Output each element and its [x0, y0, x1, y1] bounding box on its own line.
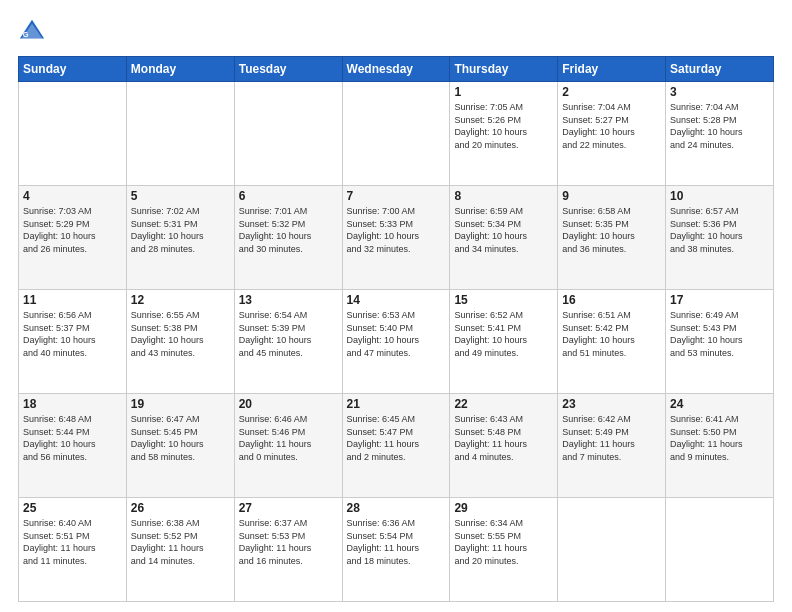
weekday-monday: Monday	[126, 57, 234, 82]
day-info: Sunrise: 6:56 AM Sunset: 5:37 PM Dayligh…	[23, 309, 122, 359]
day-info: Sunrise: 6:34 AM Sunset: 5:55 PM Dayligh…	[454, 517, 553, 567]
calendar-cell: 26Sunrise: 6:38 AM Sunset: 5:52 PM Dayli…	[126, 498, 234, 602]
day-info: Sunrise: 6:46 AM Sunset: 5:46 PM Dayligh…	[239, 413, 338, 463]
calendar-cell	[342, 82, 450, 186]
day-info: Sunrise: 7:04 AM Sunset: 5:27 PM Dayligh…	[562, 101, 661, 151]
calendar-cell: 4Sunrise: 7:03 AM Sunset: 5:29 PM Daylig…	[19, 186, 127, 290]
day-info: Sunrise: 6:45 AM Sunset: 5:47 PM Dayligh…	[347, 413, 446, 463]
calendar-cell: 18Sunrise: 6:48 AM Sunset: 5:44 PM Dayli…	[19, 394, 127, 498]
day-info: Sunrise: 7:02 AM Sunset: 5:31 PM Dayligh…	[131, 205, 230, 255]
week-row-5: 25Sunrise: 6:40 AM Sunset: 5:51 PM Dayli…	[19, 498, 774, 602]
day-info: Sunrise: 7:01 AM Sunset: 5:32 PM Dayligh…	[239, 205, 338, 255]
weekday-thursday: Thursday	[450, 57, 558, 82]
calendar-cell: 24Sunrise: 6:41 AM Sunset: 5:50 PM Dayli…	[666, 394, 774, 498]
calendar-cell: 6Sunrise: 7:01 AM Sunset: 5:32 PM Daylig…	[234, 186, 342, 290]
day-number: 4	[23, 189, 122, 203]
day-number: 10	[670, 189, 769, 203]
day-number: 3	[670, 85, 769, 99]
header: G	[18, 18, 774, 46]
calendar-cell: 12Sunrise: 6:55 AM Sunset: 5:38 PM Dayli…	[126, 290, 234, 394]
day-info: Sunrise: 6:54 AM Sunset: 5:39 PM Dayligh…	[239, 309, 338, 359]
calendar-cell: 14Sunrise: 6:53 AM Sunset: 5:40 PM Dayli…	[342, 290, 450, 394]
day-number: 22	[454, 397, 553, 411]
week-row-3: 11Sunrise: 6:56 AM Sunset: 5:37 PM Dayli…	[19, 290, 774, 394]
page: G SundayMondayTuesdayWednesdayThursdayFr…	[0, 0, 792, 612]
day-number: 5	[131, 189, 230, 203]
day-info: Sunrise: 6:55 AM Sunset: 5:38 PM Dayligh…	[131, 309, 230, 359]
day-info: Sunrise: 7:04 AM Sunset: 5:28 PM Dayligh…	[670, 101, 769, 151]
day-info: Sunrise: 6:42 AM Sunset: 5:49 PM Dayligh…	[562, 413, 661, 463]
calendar-table: SundayMondayTuesdayWednesdayThursdayFrid…	[18, 56, 774, 602]
day-info: Sunrise: 6:48 AM Sunset: 5:44 PM Dayligh…	[23, 413, 122, 463]
calendar-cell: 16Sunrise: 6:51 AM Sunset: 5:42 PM Dayli…	[558, 290, 666, 394]
calendar-cell	[666, 498, 774, 602]
calendar-cell: 8Sunrise: 6:59 AM Sunset: 5:34 PM Daylig…	[450, 186, 558, 290]
day-number: 17	[670, 293, 769, 307]
day-number: 8	[454, 189, 553, 203]
calendar-cell	[126, 82, 234, 186]
day-number: 16	[562, 293, 661, 307]
calendar-cell: 22Sunrise: 6:43 AM Sunset: 5:48 PM Dayli…	[450, 394, 558, 498]
day-number: 24	[670, 397, 769, 411]
day-number: 29	[454, 501, 553, 515]
svg-text:G: G	[23, 30, 29, 39]
day-number: 13	[239, 293, 338, 307]
day-number: 21	[347, 397, 446, 411]
day-info: Sunrise: 7:03 AM Sunset: 5:29 PM Dayligh…	[23, 205, 122, 255]
day-number: 15	[454, 293, 553, 307]
day-number: 1	[454, 85, 553, 99]
calendar-cell: 11Sunrise: 6:56 AM Sunset: 5:37 PM Dayli…	[19, 290, 127, 394]
weekday-sunday: Sunday	[19, 57, 127, 82]
calendar-cell: 13Sunrise: 6:54 AM Sunset: 5:39 PM Dayli…	[234, 290, 342, 394]
day-info: Sunrise: 6:43 AM Sunset: 5:48 PM Dayligh…	[454, 413, 553, 463]
day-number: 27	[239, 501, 338, 515]
day-number: 7	[347, 189, 446, 203]
calendar-cell: 7Sunrise: 7:00 AM Sunset: 5:33 PM Daylig…	[342, 186, 450, 290]
day-info: Sunrise: 7:00 AM Sunset: 5:33 PM Dayligh…	[347, 205, 446, 255]
day-number: 6	[239, 189, 338, 203]
day-number: 11	[23, 293, 122, 307]
day-number: 12	[131, 293, 230, 307]
calendar-cell: 25Sunrise: 6:40 AM Sunset: 5:51 PM Dayli…	[19, 498, 127, 602]
calendar-cell: 23Sunrise: 6:42 AM Sunset: 5:49 PM Dayli…	[558, 394, 666, 498]
day-number: 26	[131, 501, 230, 515]
day-number: 20	[239, 397, 338, 411]
calendar-cell: 3Sunrise: 7:04 AM Sunset: 5:28 PM Daylig…	[666, 82, 774, 186]
day-info: Sunrise: 6:52 AM Sunset: 5:41 PM Dayligh…	[454, 309, 553, 359]
day-number: 19	[131, 397, 230, 411]
day-number: 9	[562, 189, 661, 203]
logo-icon: G	[18, 18, 46, 46]
week-row-1: 1Sunrise: 7:05 AM Sunset: 5:26 PM Daylig…	[19, 82, 774, 186]
calendar-cell: 9Sunrise: 6:58 AM Sunset: 5:35 PM Daylig…	[558, 186, 666, 290]
calendar-cell: 21Sunrise: 6:45 AM Sunset: 5:47 PM Dayli…	[342, 394, 450, 498]
day-info: Sunrise: 6:38 AM Sunset: 5:52 PM Dayligh…	[131, 517, 230, 567]
week-row-2: 4Sunrise: 7:03 AM Sunset: 5:29 PM Daylig…	[19, 186, 774, 290]
calendar-cell: 20Sunrise: 6:46 AM Sunset: 5:46 PM Dayli…	[234, 394, 342, 498]
day-number: 23	[562, 397, 661, 411]
day-number: 28	[347, 501, 446, 515]
day-info: Sunrise: 6:40 AM Sunset: 5:51 PM Dayligh…	[23, 517, 122, 567]
calendar-cell: 5Sunrise: 7:02 AM Sunset: 5:31 PM Daylig…	[126, 186, 234, 290]
calendar-cell: 29Sunrise: 6:34 AM Sunset: 5:55 PM Dayli…	[450, 498, 558, 602]
day-number: 2	[562, 85, 661, 99]
calendar-cell: 2Sunrise: 7:04 AM Sunset: 5:27 PM Daylig…	[558, 82, 666, 186]
calendar-cell	[19, 82, 127, 186]
calendar-cell: 10Sunrise: 6:57 AM Sunset: 5:36 PM Dayli…	[666, 186, 774, 290]
weekday-header-row: SundayMondayTuesdayWednesdayThursdayFrid…	[19, 57, 774, 82]
calendar-cell: 19Sunrise: 6:47 AM Sunset: 5:45 PM Dayli…	[126, 394, 234, 498]
weekday-wednesday: Wednesday	[342, 57, 450, 82]
calendar-cell	[558, 498, 666, 602]
day-info: Sunrise: 7:05 AM Sunset: 5:26 PM Dayligh…	[454, 101, 553, 151]
day-info: Sunrise: 6:51 AM Sunset: 5:42 PM Dayligh…	[562, 309, 661, 359]
day-info: Sunrise: 6:53 AM Sunset: 5:40 PM Dayligh…	[347, 309, 446, 359]
day-number: 18	[23, 397, 122, 411]
day-info: Sunrise: 6:36 AM Sunset: 5:54 PM Dayligh…	[347, 517, 446, 567]
day-info: Sunrise: 6:47 AM Sunset: 5:45 PM Dayligh…	[131, 413, 230, 463]
calendar-cell: 27Sunrise: 6:37 AM Sunset: 5:53 PM Dayli…	[234, 498, 342, 602]
calendar-cell	[234, 82, 342, 186]
weekday-friday: Friday	[558, 57, 666, 82]
weekday-tuesday: Tuesday	[234, 57, 342, 82]
calendar-cell: 17Sunrise: 6:49 AM Sunset: 5:43 PM Dayli…	[666, 290, 774, 394]
day-info: Sunrise: 6:49 AM Sunset: 5:43 PM Dayligh…	[670, 309, 769, 359]
day-info: Sunrise: 6:59 AM Sunset: 5:34 PM Dayligh…	[454, 205, 553, 255]
